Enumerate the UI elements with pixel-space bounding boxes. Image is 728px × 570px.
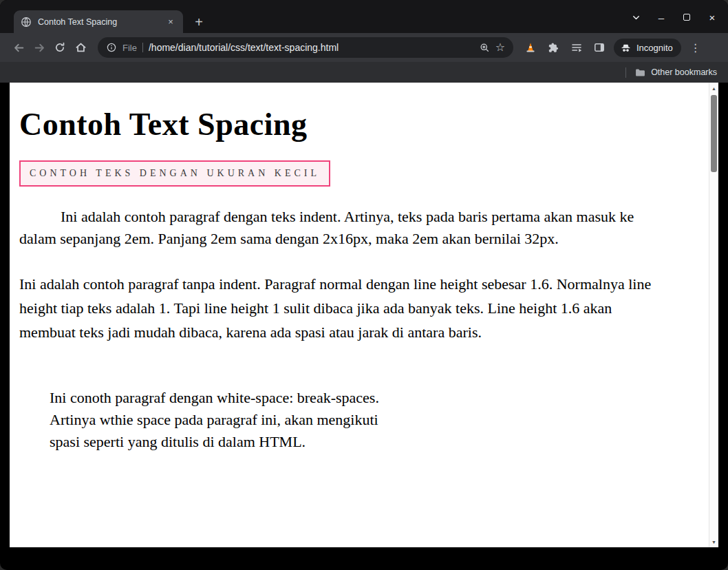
vlc-extension-icon[interactable] bbox=[524, 41, 537, 54]
other-bookmarks-button[interactable]: Other bookmarks bbox=[634, 67, 717, 78]
scrollbar-thumb[interactable] bbox=[711, 95, 717, 172]
scroll-up-icon[interactable]: ▲ bbox=[709, 83, 718, 93]
minimize-button[interactable]: – bbox=[655, 11, 667, 23]
address-bar[interactable]: File /home/dian/tutorial/css/text/text-s… bbox=[98, 37, 513, 58]
extensions-puzzle-icon[interactable] bbox=[547, 41, 560, 54]
new-tab-button[interactable]: + bbox=[190, 14, 208, 32]
url-separator bbox=[142, 43, 143, 52]
url-text: /home/dian/tutorial/css/text/text-spacin… bbox=[149, 42, 339, 53]
page-title: Contoh Text Spacing bbox=[19, 106, 699, 142]
browser-tab[interactable]: Contoh Text Spacing × bbox=[14, 10, 183, 33]
list-icon[interactable] bbox=[570, 41, 583, 54]
info-icon[interactable] bbox=[106, 42, 117, 53]
page-viewport: Contoh Text Spacing CONTOH TEKS DENGAN U… bbox=[10, 83, 718, 547]
star-icon[interactable]: ☆ bbox=[495, 42, 505, 53]
window-controls: – × bbox=[630, 11, 718, 23]
incognito-label: Incognito bbox=[636, 43, 673, 53]
menu-kebab-icon[interactable]: ⋮ bbox=[689, 41, 702, 54]
bookmarks-separator bbox=[625, 67, 626, 78]
tab-close-icon[interactable]: × bbox=[165, 17, 176, 27]
tab-title: Contoh Text Spacing bbox=[38, 17, 159, 27]
browser-window: Contoh Text Spacing × + – × bbox=[0, 0, 728, 570]
scroll-down-icon[interactable]: ▼ bbox=[709, 537, 718, 547]
paragraph-break-spaces: Ini conoth paragraf dengan white-space: … bbox=[19, 365, 666, 453]
back-icon[interactable] bbox=[8, 37, 29, 58]
close-button[interactable]: × bbox=[706, 11, 718, 23]
incognito-icon bbox=[620, 42, 632, 54]
forward-icon[interactable] bbox=[29, 37, 50, 58]
maximize-icon bbox=[683, 14, 690, 21]
other-bookmarks-label: Other bookmarks bbox=[651, 67, 717, 77]
extensions-row bbox=[524, 41, 606, 54]
home-icon[interactable] bbox=[70, 37, 91, 58]
chevron-down-icon[interactable] bbox=[630, 11, 642, 23]
side-panel-icon[interactable] bbox=[593, 41, 606, 54]
zoom-icon[interactable] bbox=[479, 42, 490, 53]
folder-icon bbox=[634, 67, 646, 78]
url-scheme-label: File bbox=[122, 43, 137, 53]
paragraph-indent: Ini adalah contoh paragraf dengan teks i… bbox=[19, 206, 666, 250]
scrollbar[interactable]: ▲ ▼ bbox=[709, 83, 718, 547]
smallcaps-box: CONTOH TEKS DENGAN UKURAN KECIL bbox=[19, 160, 330, 187]
toolbar: File /home/dian/tutorial/css/text/text-s… bbox=[0, 33, 728, 62]
tab-strip: Contoh Text Spacing × + – × bbox=[0, 0, 728, 33]
globe-icon bbox=[21, 17, 32, 28]
maximize-button[interactable] bbox=[681, 11, 693, 23]
incognito-badge[interactable]: Incognito bbox=[614, 39, 681, 57]
page-body: Contoh Text Spacing CONTOH TEKS DENGAN U… bbox=[10, 83, 709, 547]
reload-icon[interactable] bbox=[50, 37, 70, 58]
bookmarks-bar: Other bookmarks bbox=[0, 62, 728, 83]
paragraph-line-height: Ini adalah contoh paragraf tanpa indent.… bbox=[19, 272, 666, 345]
